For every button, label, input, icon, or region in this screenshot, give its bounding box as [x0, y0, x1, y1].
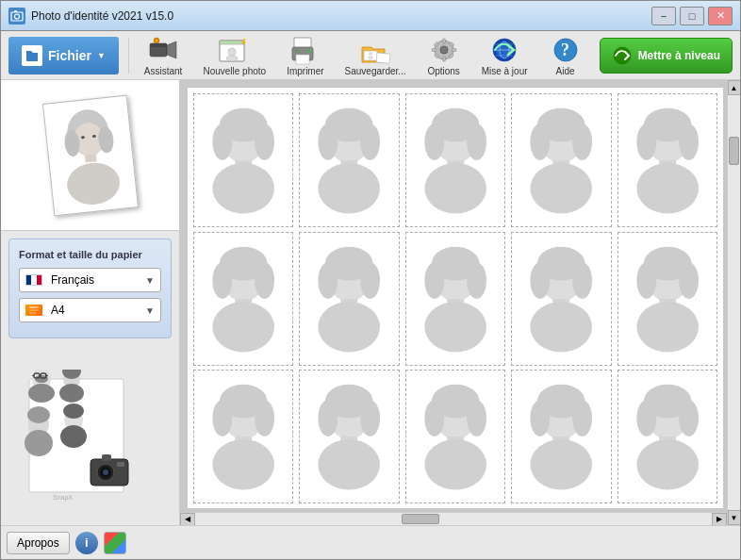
svg-rect-75 [102, 454, 111, 461]
photo-cell [405, 93, 505, 227]
svg-point-119 [319, 302, 381, 353]
fichier-button[interactable]: Fichier ▼ [8, 37, 119, 74]
photo-cell [193, 370, 293, 503]
photo-main: ◀ ▶ [180, 80, 727, 525]
scroll-down-button[interactable]: ▼ [728, 510, 741, 525]
svg-rect-27 [432, 49, 436, 52]
photo-cell [193, 232, 293, 366]
photo-cell [299, 370, 399, 503]
paper-icon [25, 305, 42, 316]
svg-point-129 [537, 246, 585, 280]
minimize-button[interactable]: − [651, 7, 676, 25]
paper-dropdown-arrow: ▼ [145, 305, 155, 316]
fichier-label: Fichier [48, 48, 91, 63]
scroll-right-button[interactable]: ▶ [712, 513, 727, 526]
photo-cell [618, 232, 717, 366]
svg-rect-59 [45, 375, 48, 376]
svg-rect-20 [376, 53, 390, 63]
svg-point-125 [424, 302, 486, 353]
assistant-label: Assistant [144, 66, 183, 76]
language-select[interactable]: Français ▼ [19, 268, 161, 292]
main-window: Photo d'identité v2021 v15.0 − □ ✕ Fichi… [0, 0, 741, 560]
maximize-button[interactable]: □ [680, 7, 704, 25]
svg-point-143 [212, 439, 274, 490]
group-illustration: SnapX [25, 370, 156, 502]
svg-point-61 [28, 384, 55, 403]
toolbar: Fichier ▼ Assistant [1, 31, 740, 80]
assistant-button[interactable]: Assistant [139, 32, 189, 78]
photo-cell [405, 370, 505, 503]
main-content: Format et taille du papier Français ▼ [1, 80, 740, 525]
photo-cell [511, 370, 611, 503]
svg-point-64 [59, 384, 84, 403]
svg-point-101 [531, 163, 593, 214]
vertical-scrollbar[interactable]: ▲ ▼ [727, 80, 740, 525]
sauvegarder-label: Sauvegarder... [345, 66, 406, 76]
svg-rect-17 [295, 50, 299, 52]
title-bar: Photo d'identité v2021 v15.0 − □ ✕ [1, 1, 740, 31]
options-button[interactable]: Options [421, 32, 467, 78]
title-bar-left: Photo d'identité v2021 v15.0 [8, 8, 173, 25]
svg-point-123 [432, 246, 480, 280]
svg-point-22 [368, 57, 373, 59]
svg-point-11 [226, 56, 238, 61]
svg-rect-16 [296, 55, 309, 64]
scroll-up-button[interactable]: ▲ [728, 80, 741, 95]
svg-point-87 [325, 108, 373, 142]
svg-point-105 [643, 108, 691, 142]
apropos-button[interactable]: Apropos [7, 532, 70, 554]
sauvegarder-button[interactable]: Sauvegarder... [339, 32, 412, 78]
nouvelle-photo-label: Nouvelle photo [203, 66, 266, 76]
svg-point-70 [60, 425, 87, 448]
svg-point-99 [537, 108, 585, 142]
svg-rect-76 [117, 462, 124, 467]
mise-a-jour-button[interactable]: Mise à jour [476, 32, 534, 78]
sidebar: Format et taille du papier Français ▼ [1, 80, 180, 525]
window-title: Photo d'identité v2021 v15.0 [31, 9, 173, 23]
photo-cell [618, 370, 717, 503]
nouvelle-photo-icon: ✦ ✦ [218, 34, 252, 66]
svg-point-137 [636, 302, 699, 353]
imprimer-button[interactable]: Imprimer [281, 32, 329, 78]
app-icon [8, 8, 25, 25]
photo-area: ◀ ▶ ▲ ▼ [180, 80, 740, 525]
svg-point-10 [228, 48, 236, 56]
svg-point-47 [64, 160, 121, 207]
assistant-icon [146, 34, 180, 66]
info-button[interactable]: i [75, 532, 98, 554]
horizontal-scrollbar[interactable]: ◀ ▶ [180, 512, 727, 525]
aide-button[interactable]: ? Aide [543, 32, 588, 78]
update-button[interactable]: Mettre à niveau [600, 38, 733, 74]
svg-text:?: ? [561, 41, 569, 59]
scroll-thumb-vertical[interactable] [729, 137, 739, 165]
svg-point-74 [103, 469, 108, 475]
photo-cell [511, 232, 611, 366]
toolbar-items: Assistant ✦ ✦ Nouvelle photo [139, 32, 588, 78]
svg-point-117 [325, 246, 373, 280]
toolbar-separator [128, 38, 129, 74]
paper-select[interactable]: A4 ▼ [19, 298, 161, 322]
scroll-thumb-horizontal[interactable] [402, 514, 439, 524]
svg-point-111 [220, 246, 268, 280]
options-label: Options [427, 66, 459, 76]
photo-grid [193, 93, 717, 502]
flag-icon [25, 274, 42, 286]
language-value: Français [48, 273, 140, 287]
nouvelle-photo-button[interactable]: ✦ ✦ Nouvelle photo [197, 32, 272, 78]
language-dropdown-arrow: ▼ [145, 275, 155, 286]
svg-marker-4 [167, 41, 176, 58]
close-button[interactable]: ✕ [708, 7, 733, 25]
color-picker-button[interactable] [104, 532, 126, 554]
svg-point-24 [440, 46, 448, 54]
svg-rect-2 [14, 10, 17, 12]
preview-area [1, 80, 179, 231]
svg-point-89 [319, 163, 381, 214]
svg-point-67 [25, 430, 53, 456]
update-button-label: Mettre à niveau [638, 49, 720, 62]
svg-point-159 [537, 385, 585, 419]
svg-point-95 [424, 163, 486, 214]
update-icon [612, 45, 633, 66]
svg-point-167 [636, 439, 699, 490]
scroll-left-button[interactable]: ◀ [180, 513, 195, 526]
imprimer-label: Imprimer [287, 66, 323, 76]
